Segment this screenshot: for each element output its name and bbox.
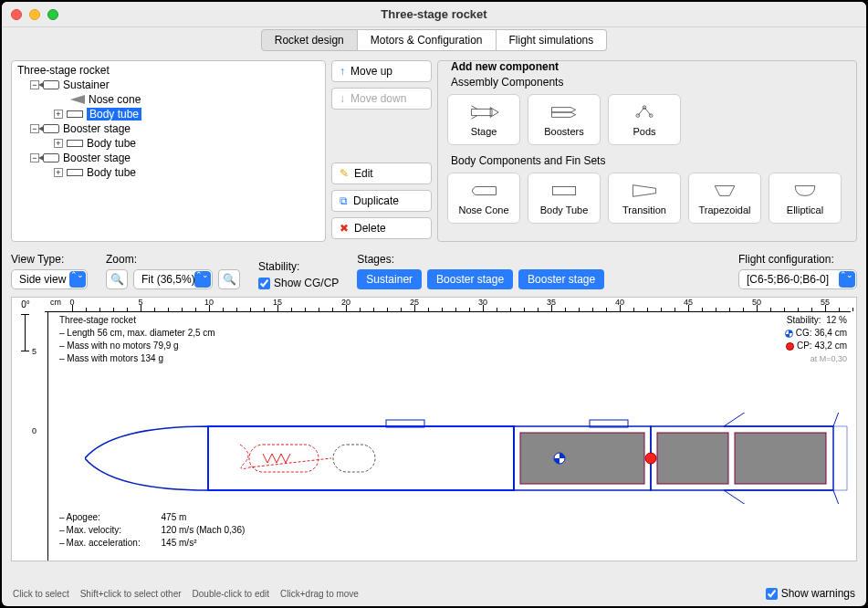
expand-icon[interactable]: +: [54, 168, 63, 177]
tree-stage-booster-2[interactable]: −Booster stage: [12, 151, 325, 165]
add-panel-title: Add new component: [447, 60, 562, 73]
rocket-info-text: Three-stage rocket Length 56 cm, max. di…: [59, 314, 215, 365]
window-title: Three-stage rocket: [381, 7, 486, 21]
move-down-button[interactable]: ↓Move down: [331, 88, 432, 110]
tree-body-tube-3[interactable]: +Body tube: [12, 165, 325, 180]
duplicate-button[interactable]: ⧉Duplicate: [331, 190, 432, 212]
stage-icon: [43, 153, 59, 162]
ruler-vertical: 50: [39, 312, 48, 561]
pencil-icon: ✎: [340, 167, 349, 180]
zoom-out-button[interactable]: 🔍: [106, 269, 128, 289]
titlebar: Three-stage rocket: [2, 2, 866, 27]
stage-pill-booster-1[interactable]: Booster stage: [427, 269, 513, 289]
zoom-label: Zoom:: [106, 253, 240, 266]
zoom-out-icon: 🔍: [110, 273, 124, 286]
stage-pill-sustainer[interactable]: Sustainer: [357, 269, 422, 289]
flight-config-label: Flight configuration:: [738, 253, 857, 266]
add-trapezoidal-button[interactable]: Trapezoidal: [688, 173, 761, 224]
tip: Click to select: [13, 589, 69, 599]
copy-icon: ⧉: [340, 194, 348, 207]
close-icon[interactable]: [11, 9, 22, 20]
assembly-heading: Assembly Components: [451, 76, 847, 89]
flight-config-select[interactable]: [C6-5;B6-0;B6-0]: [738, 269, 857, 289]
body-tube-icon: [67, 169, 83, 176]
add-stage-button[interactable]: Stage: [447, 94, 520, 145]
tab-motors[interactable]: Motors & Configuration: [358, 29, 497, 51]
component-tree[interactable]: Three-stage rocket −Sustainer Nose cone …: [11, 60, 326, 242]
rocket-canvas[interactable]: 0° cm 0510152025303540455055 50 Three-st…: [11, 297, 857, 561]
body-tube-icon: [67, 110, 83, 118]
tree-root[interactable]: Three-stage rocket: [12, 63, 325, 78]
delete-icon: ✖: [340, 222, 349, 235]
svg-rect-9: [520, 433, 644, 484]
stage-icon: [43, 80, 59, 89]
add-nosecone-button[interactable]: Nose Cone: [447, 173, 520, 224]
tree-stage-booster-1[interactable]: −Booster stage: [12, 121, 325, 136]
svg-point-15: [645, 453, 656, 464]
show-warnings-checkbox[interactable]: Show warnings: [766, 587, 855, 600]
move-up-button[interactable]: ↑Move up: [331, 60, 432, 82]
tree-nose-cone[interactable]: Nose cone: [12, 92, 325, 107]
add-bodytube-button[interactable]: Body Tube: [528, 173, 601, 224]
zoom-in-icon: 🔍: [223, 273, 236, 286]
ruler-horizontal: cm 0510152025303540455055: [45, 298, 851, 312]
tip: Shift+click to select other: [80, 589, 182, 599]
body-tube-icon: [67, 140, 83, 147]
rocket-drawing[interactable]: [85, 413, 852, 504]
main-tabbar: Rocket design Motors & Configuration Fli…: [2, 27, 866, 53]
minimize-icon[interactable]: [29, 9, 40, 20]
stability-info: Stability: 12 % CG: 36,4 cm CP: 43,2 cm …: [785, 314, 847, 365]
zoom-select[interactable]: Fit (36,5%): [133, 269, 213, 289]
stages-label: Stages:: [357, 253, 604, 266]
body-heading: Body Components and Fin Sets: [451, 154, 847, 167]
edit-button[interactable]: ✎Edit: [331, 162, 432, 184]
stage-icon: [43, 124, 59, 133]
delete-button[interactable]: ✖Delete: [331, 217, 432, 239]
tab-flightsim[interactable]: Flight simulations: [497, 29, 608, 51]
svg-rect-4: [208, 426, 514, 490]
arrow-up-icon: ↑: [340, 65, 345, 78]
tree-body-tube-2[interactable]: +Body tube: [12, 136, 325, 151]
view-type-label: View Type:: [11, 253, 88, 266]
expand-icon[interactable]: +: [54, 139, 63, 148]
add-pods-button[interactable]: Pods: [608, 94, 681, 145]
zoom-in-button[interactable]: 🔍: [218, 269, 240, 289]
add-component-panel: Add new component Assembly Components St…: [437, 60, 857, 242]
zoom-icon[interactable]: [47, 9, 58, 20]
status-bar: Click to select Shift+click to select ot…: [2, 581, 866, 606]
svg-rect-7: [333, 445, 375, 472]
stability-label: Stability:: [258, 260, 339, 273]
add-boosters-button[interactable]: Boosters: [528, 94, 601, 145]
view-type-select[interactable]: Side view: [11, 269, 88, 289]
svg-rect-12: [657, 433, 728, 484]
stage-pill-booster-2[interactable]: Booster stage: [518, 269, 604, 289]
flight-info: Apogee:475 m Max. velocity:120 m/s (Mach…: [59, 511, 245, 550]
cp-icon: [786, 342, 794, 351]
cg-icon: [785, 330, 793, 338]
expand-icon[interactable]: +: [54, 110, 63, 119]
tip: Click+drag to move: [280, 589, 359, 599]
tab-rocket-design[interactable]: Rocket design: [261, 29, 358, 51]
tip: Double-click to edit: [193, 589, 269, 599]
arrow-down-icon: ↓: [340, 92, 345, 105]
add-elliptical-button[interactable]: Elliptical: [769, 173, 842, 224]
svg-rect-3: [552, 187, 575, 195]
add-transition-button[interactable]: Transition: [608, 173, 681, 224]
svg-rect-13: [735, 433, 826, 484]
nose-cone-icon: [70, 95, 85, 104]
tree-stage-sustainer[interactable]: −Sustainer: [12, 78, 325, 92]
tree-body-tube-1[interactable]: +Body tube: [12, 107, 325, 121]
show-cgcp-checkbox[interactable]: Show CG/CP: [258, 277, 339, 289]
